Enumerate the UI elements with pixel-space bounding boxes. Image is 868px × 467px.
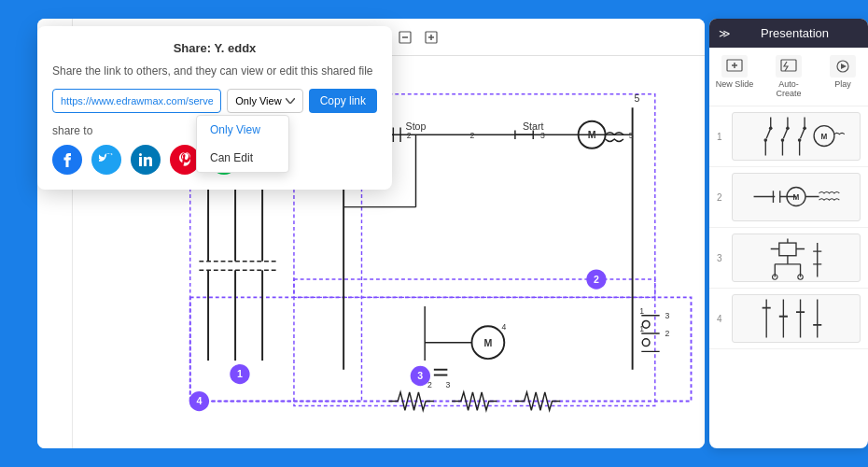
modal-title: Share: Y. eddx xyxy=(52,41,377,55)
modal-description: Share the link to others, and they can v… xyxy=(52,64,377,78)
dropdown-menu: Only View Can Edit xyxy=(196,115,289,173)
chevron-down-icon xyxy=(286,98,295,104)
svg-point-156 xyxy=(139,153,142,156)
share-modal: Share: Y. eddx Share the link to others,… xyxy=(37,26,392,190)
svg-rect-155 xyxy=(139,157,142,166)
link-row: Only View Copy link Only View Can Edit xyxy=(52,89,377,113)
facebook-share-button[interactable] xyxy=(52,145,82,175)
view-mode-label: Only View xyxy=(235,95,281,106)
link-input[interactable] xyxy=(52,89,221,113)
dropdown-option-view[interactable]: Only View xyxy=(197,116,288,144)
view-dropdown[interactable]: Only View xyxy=(227,89,302,113)
twitter-share-button[interactable] xyxy=(91,145,121,175)
dropdown-option-edit[interactable]: Can Edit xyxy=(197,144,288,172)
linkedin-share-button[interactable] xyxy=(131,145,161,175)
modal-overlay: Share: Y. eddx Share the link to others,… xyxy=(0,0,868,467)
copy-link-button[interactable]: Copy link xyxy=(309,89,377,113)
